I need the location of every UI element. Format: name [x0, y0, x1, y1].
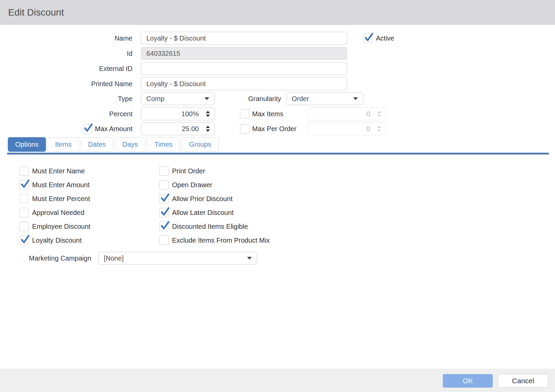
spinner-down-icon	[377, 129, 381, 132]
tab-strip: Options Items Dates Days Times Groups	[8, 137, 219, 152]
option-must-enter-name[interactable]: Must Enter Name	[19, 166, 90, 176]
granularity-select[interactable]: Order	[286, 92, 363, 105]
max-amount-checkbox[interactable]	[82, 124, 92, 133]
granularity-value: Order	[292, 95, 309, 103]
percent-spinner	[206, 111, 210, 117]
percent-input[interactable]: 100%	[141, 107, 215, 120]
must-enter-name-checkbox[interactable]	[19, 166, 29, 176]
check-icon	[364, 32, 374, 42]
option-print-order[interactable]: Print Order	[159, 166, 270, 176]
chevron-down-icon	[247, 257, 252, 260]
ok-button[interactable]: OK	[443, 374, 493, 388]
options-left-column: Must Enter Name Must Enter Amount Must E…	[19, 166, 90, 245]
spinner-up-icon[interactable]	[206, 126, 210, 128]
option-employee-discount[interactable]: Employee Discount	[19, 222, 90, 231]
option-approval-needed[interactable]: Approval Needed	[19, 208, 90, 217]
id-input: 640332615	[141, 47, 347, 60]
max-per-order-spinner	[377, 126, 381, 132]
discounted-items-eligible-checkbox[interactable]	[159, 222, 169, 231]
tab-options[interactable]: Options	[8, 137, 46, 152]
name-label: Name	[0, 34, 141, 42]
spinner-up-icon	[377, 126, 381, 128]
spinner-down-icon[interactable]	[206, 115, 210, 117]
max-items-input: 0	[308, 107, 386, 120]
option-discounted-items-eligible[interactable]: Discounted Items Eligible	[159, 222, 270, 231]
external-id-row: External ID	[0, 62, 347, 75]
active-checkbox[interactable]	[363, 33, 372, 43]
active-label: Active	[376, 34, 394, 42]
external-id-label: External ID	[0, 65, 141, 73]
printed-name-row: Printed Name Loyalty - $ Discount	[0, 77, 347, 90]
marketing-campaign-label: Marketing Campaign	[0, 254, 91, 262]
check-icon	[160, 206, 170, 217]
granularity-label: Granularity	[234, 95, 281, 103]
check-icon	[20, 234, 30, 244]
option-label: Open Drawer	[172, 181, 212, 189]
option-label: Loyalty Discount	[32, 237, 82, 244]
max-amount-label: Max Amount	[95, 125, 132, 133]
must-enter-amount-checkbox[interactable]	[19, 180, 29, 190]
employee-discount-checkbox[interactable]	[19, 222, 29, 231]
must-enter-percent-checkbox[interactable]	[19, 194, 29, 203]
max-amount-input[interactable]: 25.00	[141, 122, 215, 135]
percent-label: Percent	[0, 110, 141, 118]
name-input[interactable]: Loyalty - $ Discount	[141, 32, 347, 45]
option-label: Must Enter Name	[32, 167, 85, 175]
percent-value: 100%	[182, 110, 199, 118]
chevron-down-icon	[204, 97, 209, 100]
cancel-button[interactable]: Cancel	[498, 374, 548, 388]
approval-needed-checkbox[interactable]	[19, 208, 29, 217]
id-value: 640332615	[146, 50, 180, 57]
options-right-column: Print Order Open Drawer Allow Prior Disc…	[159, 166, 270, 245]
max-amount-row: Max Amount 25.00 Max Per Order 0	[0, 122, 386, 135]
spinner-up-icon[interactable]	[206, 111, 210, 113]
type-row: Type Comp Granularity Order	[0, 92, 363, 105]
type-label: Type	[0, 95, 141, 103]
external-id-input[interactable]	[141, 62, 347, 75]
option-label: Allow Prior Discount	[172, 195, 233, 203]
tab-days[interactable]: Days	[115, 137, 145, 152]
tab-dates[interactable]: Dates	[81, 137, 113, 152]
printed-name-input[interactable]: Loyalty - $ Discount	[141, 77, 347, 90]
tab-items[interactable]: Items	[48, 137, 79, 152]
option-label: Exclude Items From Product Mix	[172, 237, 270, 244]
allow-later-discount-checkbox[interactable]	[159, 208, 169, 217]
option-allow-prior-discount[interactable]: Allow Prior Discount	[159, 194, 270, 203]
check-icon	[83, 123, 93, 133]
max-items-checkbox[interactable]	[240, 109, 249, 119]
max-per-order-checkbox[interactable]	[240, 124, 249, 133]
marketing-campaign-select[interactable]: [None]	[98, 252, 257, 265]
spinner-down-icon[interactable]	[206, 129, 210, 132]
printed-name-label: Printed Name	[0, 80, 141, 88]
max-amount-value: 25.00	[182, 125, 199, 133]
spinner-up-icon	[377, 111, 381, 113]
tab-times[interactable]: Times	[147, 137, 180, 152]
percent-row: Percent 100% Max Items 0	[0, 107, 386, 120]
chevron-down-icon	[353, 97, 358, 100]
id-row: Id 640332615	[0, 47, 347, 60]
option-must-enter-percent[interactable]: Must Enter Percent	[19, 194, 90, 203]
option-allow-later-discount[interactable]: Allow Later Discount	[159, 208, 270, 217]
name-row: Name Loyalty - $ Discount Active	[0, 32, 394, 45]
option-label: Must Enter Amount	[32, 181, 90, 189]
allow-prior-discount-checkbox[interactable]	[159, 194, 169, 203]
dialog-header: Edit Discount	[0, 0, 555, 25]
option-label: Print Order	[172, 167, 205, 175]
option-label: Discounted Items Eligible	[172, 223, 248, 230]
tab-groups[interactable]: Groups	[182, 137, 219, 152]
page-title: Edit Discount	[8, 7, 64, 18]
option-must-enter-amount[interactable]: Must Enter Amount	[19, 180, 90, 190]
type-select[interactable]: Comp	[141, 92, 215, 105]
max-items-label: Max Items	[252, 110, 308, 118]
print-order-checkbox[interactable]	[159, 166, 169, 176]
option-open-drawer[interactable]: Open Drawer	[159, 180, 270, 190]
option-exclude-items-from-product-mix[interactable]: Exclude Items From Product Mix	[159, 236, 270, 245]
tab-underline	[7, 152, 549, 154]
max-per-order-label: Max Per Order	[252, 125, 308, 133]
open-drawer-checkbox[interactable]	[159, 180, 169, 190]
loyalty-discount-checkbox[interactable]	[19, 236, 29, 245]
option-loyalty-discount[interactable]: Loyalty Discount	[19, 236, 90, 245]
option-label: Allow Later Discount	[172, 209, 234, 217]
spinner-down-icon	[377, 115, 381, 117]
exclude-items-checkbox[interactable]	[159, 236, 169, 245]
